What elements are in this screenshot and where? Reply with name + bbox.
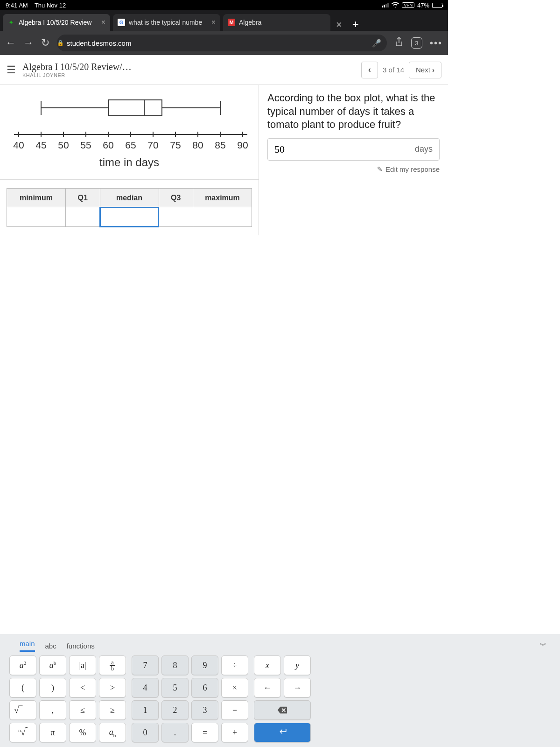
svg-text:55: 55 [80, 140, 91, 150]
svg-text:75: 75 [170, 140, 181, 150]
svg-text:45: 45 [35, 140, 46, 150]
cell-median[interactable] [100, 207, 159, 227]
cell-signal-icon [382, 3, 389, 7]
pencil-icon: ✎ [377, 165, 383, 173]
forward-button[interactable]: → [23, 37, 34, 49]
svg-text:80: 80 [192, 140, 203, 150]
question-text: According to the box plot, what is the t… [267, 92, 440, 132]
back-button[interactable]: ← [6, 37, 16, 49]
cell-minimum[interactable] [7, 207, 66, 227]
col-median: median [100, 189, 159, 207]
reload-button[interactable]: ↻ [41, 37, 49, 49]
prev-screen-button[interactable]: ‹ [361, 62, 378, 78]
tab-algebra[interactable]: M Algebra [223, 14, 330, 31]
svg-text:50: 50 [58, 140, 69, 150]
col-q1: Q1 [66, 189, 100, 207]
page-subtitle: KHALIL JOYNER [22, 72, 355, 78]
close-tab-button[interactable]: × [333, 19, 345, 31]
more-menu-button[interactable]: ••• [430, 38, 442, 49]
next-screen-button[interactable]: Next › [409, 62, 441, 78]
google-icon: G [118, 19, 125, 26]
new-tab-button[interactable]: + [348, 18, 364, 31]
browser-toolbar: ← → ↻ 🔒 student.desmos.com 🎤 3 ••• [0, 31, 448, 55]
ipad-status-bar: 9:41 AM Thu Nov 12 VPN 47% [0, 0, 448, 10]
edit-response-link[interactable]: ✎ Edit my response [267, 165, 440, 173]
desmos-icon: ✦ [7, 19, 15, 26]
answer-unit: days [415, 144, 433, 154]
box-plot: 4045505560657075808590 time in days [0, 85, 259, 180]
battery-icon [432, 3, 442, 8]
answer-input[interactable]: 50 days [267, 138, 440, 161]
mathway-icon: M [228, 19, 235, 26]
screen-counter: 3 of 14 [383, 66, 404, 74]
svg-text:70: 70 [147, 140, 158, 150]
tab-label: what is the typical numbe [129, 19, 202, 26]
content-area: 4045505560657075808590 time in days mini… [0, 85, 448, 235]
tab-google-search[interactable]: G what is the typical numbe × [113, 14, 220, 31]
svg-text:90: 90 [237, 140, 248, 150]
page-title: Algebra I 10/5/20 Review/… [22, 62, 355, 72]
close-icon[interactable]: × [211, 18, 216, 27]
tab-count-button[interactable]: 3 [411, 37, 422, 49]
tab-label: Algebra [239, 19, 261, 26]
svg-text:40: 40 [13, 140, 24, 150]
status-date: Thu Nov 12 [35, 2, 66, 9]
lock-icon: 🔒 [57, 40, 64, 46]
svg-text:60: 60 [103, 140, 113, 150]
menu-button[interactable]: ☰ [7, 64, 16, 76]
svg-text:65: 65 [125, 140, 136, 150]
url-text: student.desmos.com [67, 39, 131, 47]
cell-q1[interactable] [66, 207, 100, 227]
col-minimum: minimum [7, 189, 66, 207]
x-axis-label: time in days [5, 154, 254, 175]
browser-tabstrip: ✦ Algebra I 10/5/20 Review × G what is t… [0, 10, 448, 31]
activity-header: ☰ Algebra I 10/5/20 Review/… KHALIL JOYN… [0, 55, 448, 85]
address-bar[interactable]: 🔒 student.desmos.com 🎤 [57, 35, 387, 51]
vpn-badge: VPN [402, 2, 414, 8]
wifi-icon [392, 2, 399, 9]
col-q3: Q3 [159, 189, 193, 207]
answer-value: 50 [274, 143, 285, 155]
share-button[interactable] [394, 37, 404, 49]
mic-icon[interactable]: 🎤 [372, 39, 381, 48]
battery-percent: 47% [417, 2, 429, 9]
summary-table[interactable]: minimum Q1 median Q3 maximum [0, 180, 259, 235]
cell-q3[interactable] [159, 207, 193, 227]
svg-rect-4 [108, 100, 162, 116]
status-time: 9:41 AM [6, 2, 28, 9]
tab-label: Algebra I 10/5/20 Review [19, 19, 91, 26]
col-maximum: maximum [193, 189, 252, 207]
close-icon[interactable]: × [101, 18, 105, 27]
cell-maximum[interactable] [193, 207, 252, 227]
tab-algebra-review[interactable]: ✦ Algebra I 10/5/20 Review × [3, 14, 110, 31]
svg-text:85: 85 [215, 140, 225, 150]
